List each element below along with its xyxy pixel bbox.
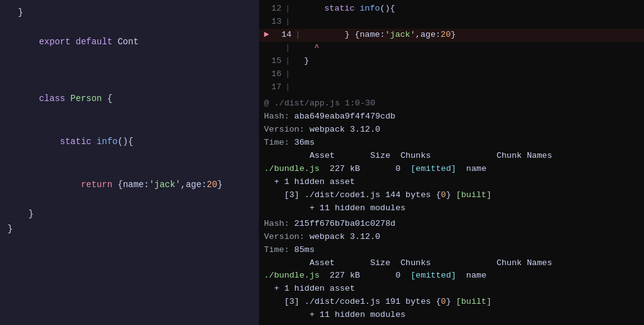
build-version-1: Version: webpack 3.12.0: [259, 124, 644, 137]
terminal-code-line-13: 13|: [259, 16, 644, 29]
build-hidden-1: + 1 hidden asset: [259, 176, 644, 189]
build-bundle-1: ./bundle.js 227 kB 0 [emitted] name: [259, 163, 644, 176]
terminal-code-line-16: 16|: [259, 68, 644, 81]
build-version-2: Version: webpack 3.12.0: [259, 231, 644, 244]
terminal-code-line-15: 15| }: [259, 55, 644, 68]
build-hash-1: Hash: aba649eaba9f4f479cdb: [259, 110, 644, 124]
code-line-2: export default Cont: [0, 20, 259, 63]
code-line-7: }: [0, 206, 259, 221]
build-time-1: Time: 36ms: [259, 137, 644, 150]
code-line-4: class Person {: [0, 77, 259, 120]
build-header-2: Asset Size Chunks Chunk Names: [259, 257, 644, 270]
build-modules-2: + 11 hidden modules: [259, 309, 644, 322]
build-built-2: [3] ./dist/code1.js 191 bytes {0} [built…: [259, 296, 644, 309]
build-hidden-2: + 1 hidden asset: [259, 283, 644, 296]
build-built-1: [3] ./dist/code1.js 144 bytes {0} [built…: [259, 189, 644, 202]
terminal-code-line-17: 17|: [259, 81, 644, 94]
code-line-5: static info(){: [0, 120, 259, 163]
build-at-line-1: @ ./dist/app.js 1:0-30: [259, 97, 644, 110]
build-header-1: Asset Size Chunks Chunk Names: [259, 150, 644, 163]
terminal-code-line-12: 12| static info(){: [259, 2, 644, 16]
build-time-2: Time: 85ms: [259, 244, 644, 257]
terminal-code-line-empty: | ^: [259, 42, 644, 55]
terminal-panel: 12| static info(){ 13| ► 14| } {name:'ja…: [259, 0, 644, 325]
build-bundle-2: ./bundle.js 227 kB 0 [emitted] name: [259, 269, 644, 283]
build-modules-1: + 11 hidden modules: [259, 202, 644, 215]
code-editor: } export default Cont class Person { sta…: [0, 0, 259, 325]
terminal-code-line-14: ► 14| } {name:'jack',age:20}: [259, 29, 644, 42]
build-hash-2: Hash: 215ff676b7ba01c0278d: [259, 218, 644, 231]
code-line-1: }: [0, 5, 259, 20]
code-line-3: [0, 64, 259, 77]
code-line-6: return {name:'jack',age:20}: [0, 163, 259, 206]
code-line-8: }: [0, 221, 259, 236]
